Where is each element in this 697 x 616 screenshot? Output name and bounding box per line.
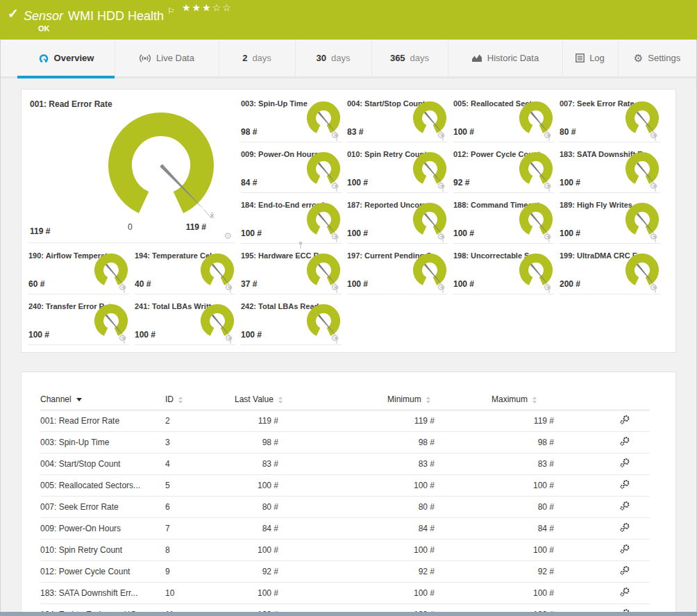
sort-icon	[278, 397, 283, 403]
cell-channel[interactable]: 009: Power-On Hours	[40, 518, 165, 540]
small-gauge-actions: ⚙	[330, 283, 339, 292]
small-gauge-cell[interactable]: 198: Uncorrectable Se... 100 # ⚙	[453, 250, 554, 294]
small-gauge-cell[interactable]: 242: Total LBAs Read 100 # ⚙	[241, 301, 342, 345]
pin-icon[interactable]	[333, 235, 340, 243]
tab-settings-label: Settings	[648, 53, 680, 63]
tab-settings[interactable]: ⚙ Settings	[618, 40, 697, 76]
cell-channel[interactable]: 010: Spin Retry Count	[40, 540, 165, 561]
small-gauge-cell[interactable]: 241: Total LBAs Written 100 # ⚙	[135, 301, 235, 345]
channel-settings-gears-icon[interactable]	[619, 544, 630, 554]
small-gauge-actions: ⚙	[118, 283, 126, 292]
small-gauge-cell[interactable]: 010: Spin Retry Count 100 # ⚙	[347, 149, 448, 193]
tab-historic-data[interactable]: Historic Data	[448, 40, 563, 76]
small-gauge-cell[interactable]: 187: Reported Uncorre... 100 # ⚙	[347, 199, 448, 244]
channel-settings-gears-icon[interactable]	[619, 587, 630, 597]
cell-channel[interactable]: 005: Reallocated Sectors...	[40, 475, 165, 497]
priority-stars[interactable]: ★★★☆☆	[182, 2, 233, 13]
pin-icon[interactable]	[652, 235, 659, 243]
pin-icon[interactable]	[297, 241, 304, 249]
cell-maximum: 83 #	[492, 453, 610, 475]
small-gauge-cell[interactable]: 184: End-to-End error /... 100 # ⚙	[241, 199, 342, 244]
small-gauge-cell[interactable]: 197: Current Pending S... 100 # ⚙	[347, 250, 448, 294]
cell-maximum: 84 #	[492, 518, 610, 540]
pin-icon[interactable]	[333, 285, 340, 294]
cell-channel[interactable]: 183: SATA Downshift Err...	[40, 583, 165, 604]
small-gauge-cell[interactable]: 195: Hardware ECC Re... 37 # ⚙	[241, 250, 342, 294]
channels-table-panel: Channel ID Last Value Minimum Maximum 00…	[21, 372, 676, 616]
pin-icon[interactable]	[546, 184, 553, 192]
tab-2-days[interactable]: 2 days	[219, 40, 296, 76]
small-gauge-cell[interactable]: 189: High Fly Writes 100 # ⚙	[560, 199, 660, 244]
small-gauge-actions: ⚙	[649, 232, 657, 241]
tab-historic-data-label: Historic Data	[487, 53, 539, 63]
small-gauge-cell[interactable]: 183: SATA Downshift E... 100 # ⚙	[560, 149, 660, 193]
column-header-channel[interactable]: Channel	[40, 389, 165, 410]
pin-icon[interactable]	[333, 184, 340, 192]
cell-channel[interactable]: 003: Spin-Up Time	[40, 432, 165, 453]
small-gauge-value: 98 #	[241, 127, 257, 137]
pin-icon[interactable]	[333, 336, 340, 344]
small-gauge-actions: ⚙	[649, 283, 657, 292]
channel-settings-gears-icon[interactable]	[619, 436, 630, 447]
small-gauge-cell[interactable]: 240: Transfer Error Rate 100 # ⚙	[28, 301, 129, 345]
flag-icon[interactable]: ⚐	[167, 6, 175, 16]
small-gauge-actions: ⚙	[543, 283, 551, 292]
channel-settings-gears-icon[interactable]	[619, 522, 630, 533]
pin-icon[interactable]	[121, 285, 128, 294]
pin-icon[interactable]	[227, 336, 234, 344]
small-gauge-cell[interactable]: 004: Start/Stop Count 83 # ⚙	[347, 98, 448, 142]
channel-gear-icon[interactable]: ⚙	[224, 231, 232, 240]
small-gauge-value: 37 #	[241, 279, 257, 289]
small-gauge-cell[interactable]: 007: Seek Error Rate 80 # ⚙	[560, 98, 660, 142]
channel-settings-gears-icon[interactable]	[619, 479, 630, 490]
pin-icon[interactable]	[439, 235, 446, 243]
small-gauge-cell[interactable]: 012: Power Cycle Count 92 # ⚙	[453, 149, 554, 193]
tab-live-data[interactable]: Live Data	[115, 40, 219, 76]
pin-icon[interactable]	[121, 336, 128, 344]
primary-gauge	[102, 106, 220, 224]
small-gauge-cell[interactable]: 009: Power-On Hours 84 # ⚙	[241, 149, 342, 193]
cell-minimum: 119 #	[387, 410, 492, 432]
channel-settings-gears-icon[interactable]	[619, 501, 630, 511]
cell-channel[interactable]: 012: Power Cycle Count	[40, 561, 165, 583]
small-gauge-value: 100 #	[347, 279, 368, 289]
small-gauge-cell[interactable]: 194: Temperature Cels... 40 # ⚙	[135, 250, 235, 294]
small-gauge-cell[interactable]: 005: Reallocated Secto... 100 # ⚙	[453, 98, 554, 142]
pin-icon[interactable]	[652, 133, 659, 142]
column-header-minimum[interactable]: Minimum	[387, 389, 492, 410]
channel-settings-gears-icon[interactable]	[619, 565, 630, 576]
cell-channel[interactable]: 004: Start/Stop Count	[40, 453, 165, 475]
cell-channel[interactable]: 007: Seek Error Rate	[40, 497, 165, 518]
column-header-id[interactable]: ID	[165, 389, 235, 410]
tab-30-days[interactable]: 30 days	[295, 40, 372, 76]
pin-icon[interactable]	[227, 285, 234, 294]
cell-channel[interactable]: 001: Read Error Rate	[40, 410, 165, 432]
tab-bar: Overview Live Data 2 days 30 days 365 da…	[0, 40, 697, 78]
tab-overview[interactable]: Overview	[17, 40, 115, 76]
pin-icon[interactable]	[546, 285, 553, 294]
small-gauge-cell[interactable]: 188: Command Timeout 100 # ⚙	[453, 199, 554, 244]
tab-log[interactable]: Log	[562, 40, 619, 76]
pin-icon[interactable]	[439, 184, 446, 192]
small-gauge-value: 60 #	[28, 279, 44, 289]
pin-icon[interactable]	[652, 184, 659, 192]
pin-icon[interactable]	[652, 285, 659, 294]
pin-icon[interactable]	[439, 285, 446, 294]
column-header-maximum[interactable]: Maximum	[492, 389, 610, 410]
column-header-last-value[interactable]: Last Value	[235, 389, 387, 410]
small-gauge-cell[interactable]: 003: Spin-Up Time 98 # ⚙	[241, 98, 342, 142]
pin-icon[interactable]	[333, 133, 340, 142]
tab-365-days[interactable]: 365 days	[371, 40, 448, 76]
small-gauge-cell[interactable]: 199: UltraDMA CRC Err... 200 # ⚙	[560, 250, 660, 294]
channel-settings-gears-icon[interactable]	[619, 458, 630, 468]
small-gauge-actions: ⚙	[330, 333, 339, 342]
gauges-panel: 001: Read Error Rate x̄ 0 119 # 119 # ⚙ …	[21, 89, 676, 353]
pin-icon[interactable]	[546, 235, 553, 243]
cell-id: 6	[165, 497, 235, 518]
table-row: 007: Seek Error Rate 6 80 # 80 # 80 #	[40, 497, 650, 518]
pin-icon[interactable]	[439, 133, 446, 142]
small-gauge-cell[interactable]: 190: Airflow Temperat... 60 # ⚙	[28, 250, 129, 294]
pin-icon[interactable]	[546, 133, 553, 142]
channel-settings-gears-icon[interactable]	[619, 415, 630, 425]
primary-gauge-cell[interactable]: 001: Read Error Rate x̄ 0 119 # 119 # ⚙	[28, 97, 235, 243]
